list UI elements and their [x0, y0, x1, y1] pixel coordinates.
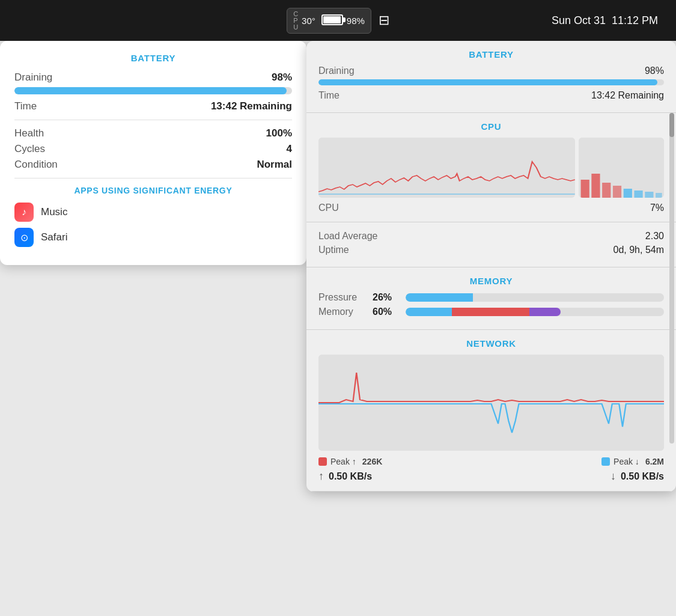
rp-load-row: Load Average 2.30 — [318, 231, 664, 242]
monitor-icon[interactable]: ⊟ — [379, 13, 389, 28]
rp-memory-purple — [529, 308, 561, 316]
app-row-safari: ⊙ Safari — [14, 228, 292, 247]
peak-down-value: 6.2M — [645, 457, 664, 466]
left-draining-value: 98% — [272, 72, 292, 84]
upload-speed: 0.50 KB/s — [329, 471, 372, 482]
cpu-graph-small — [579, 138, 664, 198]
menubar-date: Sun Oct 31 — [552, 14, 606, 27]
rp-memory-row: Memory 60% — [318, 306, 664, 317]
upload-stat: ↑ 0.50 KB/s — [318, 470, 372, 483]
app-row-music: ♪ Music — [14, 203, 292, 222]
rp-uptime-row: Uptime 0d, 9h, 54m — [318, 245, 664, 255]
peak-up-label: Peak ↑ — [330, 457, 356, 466]
legend-download: Peak ↓ 6.2M — [601, 457, 664, 466]
left-health-row: Health 100% — [14, 127, 292, 139]
download-stat: ↓ 0.50 KB/s — [611, 470, 664, 483]
menubar-time: 11:12 PM — [612, 14, 658, 27]
rp-cpu-value: 7% — [650, 203, 664, 213]
menu-bar: CPU 30° 98% ⊟ Sun Oct 31 11:12 PM — [0, 0, 676, 41]
rp-memory-bar — [406, 308, 664, 316]
scrollbar-thumb[interactable] — [669, 113, 674, 137]
left-battery-title: BATTERY — [14, 53, 292, 63]
rp-memory-red — [452, 308, 529, 316]
left-health-label: Health — [14, 127, 44, 139]
legend-upload: Peak ↑ 226K — [318, 457, 382, 466]
left-cycles-value: 4 — [287, 143, 292, 155]
battery-pct-menubar: 98% — [347, 16, 365, 26]
left-divider-1 — [14, 120, 292, 120]
svg-rect-5 — [613, 186, 621, 198]
svg-rect-10 — [318, 355, 664, 451]
svg-rect-3 — [591, 174, 600, 198]
left-condition-row: Condition Normal — [14, 159, 292, 171]
safari-app-name: Safari — [41, 231, 67, 243]
left-condition-label: Condition — [14, 159, 58, 171]
svg-rect-6 — [623, 189, 632, 198]
music-app-icon: ♪ — [14, 203, 34, 222]
rp-uptime-label: Uptime — [318, 245, 349, 255]
rp-battery-bar — [318, 79, 664, 85]
rp-memory-section: MEMORY Pressure 26% Memory 60% — [306, 267, 676, 330]
svg-rect-2 — [580, 180, 589, 198]
peak-down-label: Peak ↓ — [614, 457, 639, 466]
rp-pressure-pct: 26% — [373, 292, 400, 303]
left-cycles-label: Cycles — [14, 143, 45, 155]
right-panel: BATTERY Draining 98% Time 13:42 Remainin… — [306, 41, 676, 492]
svg-rect-7 — [634, 191, 642, 198]
svg-rect-4 — [602, 183, 611, 198]
left-draining-row: Draining 98% — [14, 72, 292, 84]
rp-pressure-row: Pressure 26% — [318, 292, 664, 303]
scrollbar[interactable] — [669, 113, 674, 444]
safari-app-icon: ⊙ — [14, 228, 34, 247]
left-health-value: 100% — [266, 127, 292, 139]
cpu-temp: 30° — [302, 16, 315, 26]
rp-draining-label: Draining — [318, 66, 355, 76]
cpu-graphs — [318, 138, 664, 198]
peak-up-value: 226K — [362, 457, 382, 466]
download-dot-icon — [601, 457, 610, 466]
rp-time-row: Time 13:42 Remaining — [318, 90, 664, 101]
rp-pressure-label: Pressure — [318, 292, 367, 303]
left-condition-value: Normal — [257, 159, 292, 171]
rp-memory-pct: 60% — [373, 306, 400, 317]
rp-draining-value: 98% — [645, 66, 664, 76]
svg-rect-8 — [645, 192, 653, 198]
upload-arrow-icon: ↑ — [318, 470, 324, 483]
left-time-row: Time 13:42 Remaining — [14, 100, 292, 112]
svg-rect-9 — [656, 193, 662, 198]
rp-battery-title: BATTERY — [318, 49, 664, 59]
download-arrow-icon: ↓ — [611, 470, 616, 483]
rp-load-section: Load Average 2.30 Uptime 0d, 9h, 54m — [306, 222, 676, 267]
rp-time-value: 13:42 Remaining — [591, 90, 664, 101]
rp-load-value: 2.30 — [645, 231, 664, 242]
rp-pressure-bar — [406, 293, 664, 302]
rp-time-label: Time — [318, 90, 340, 101]
cpu-badge[interactable]: CPU 30° 98% — [287, 8, 371, 34]
network-legend: Peak ↑ 226K Peak ↓ 6.2M — [318, 457, 664, 466]
rp-battery-section: BATTERY Draining 98% Time 13:42 Remainin… — [306, 41, 676, 113]
cpu-stats-row: CPU 7% — [318, 203, 664, 213]
left-panel: BATTERY Draining 98% Time 13:42 Remainin… — [0, 41, 306, 265]
rp-memory-title: MEMORY — [318, 276, 664, 286]
cpu-letter-icon: CPU — [293, 11, 298, 31]
left-battery-bar — [14, 87, 292, 94]
rp-network-section: NETWORK Peak ↑ 226K Peak ↓ 6.2M — [306, 330, 676, 492]
rp-cpu-label: CPU — [318, 203, 339, 213]
rp-pressure-fill — [406, 293, 473, 302]
apps-title: APPS USING SIGNIFICANT ENERGY — [14, 186, 292, 195]
rp-network-title: NETWORK — [318, 338, 664, 349]
left-battery-bar-fill — [14, 87, 287, 94]
menubar-right: Sun Oct 31 11:12 PM — [552, 14, 658, 27]
download-speed: 0.50 KB/s — [621, 471, 664, 482]
rp-network-graph — [318, 355, 664, 451]
rp-uptime-value: 0d, 9h, 54m — [614, 245, 665, 255]
left-divider-2 — [14, 178, 292, 178]
left-time-label: Time — [14, 100, 37, 112]
left-cycles-row: Cycles 4 — [14, 143, 292, 155]
left-draining-label: Draining — [14, 72, 52, 84]
network-stats: ↑ 0.50 KB/s ↓ 0.50 KB/s — [318, 470, 664, 483]
left-time-value: 13:42 Remaining — [211, 100, 292, 112]
music-app-name: Music — [41, 206, 67, 218]
rp-cpu-section: CPU — [306, 113, 676, 222]
rp-memory-blue — [406, 308, 452, 316]
